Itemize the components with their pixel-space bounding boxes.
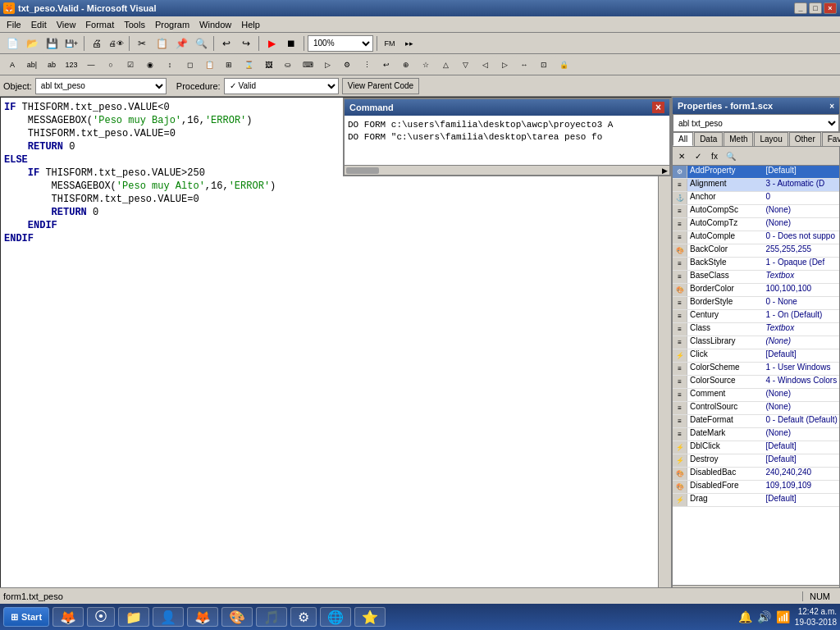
props-check-button[interactable]: ✓: [691, 148, 705, 163]
tab-layout[interactable]: Layou: [754, 132, 788, 146]
maximize-button[interactable]: □: [809, 2, 822, 14]
prop-row-destroy[interactable]: ⚡ Destroy [Default]: [673, 454, 839, 468]
tb2-btn-7[interactable]: ☑: [121, 56, 139, 74]
tab-meth[interactable]: Meth: [724, 132, 753, 146]
paste-button[interactable]: 📌: [172, 34, 190, 52]
tb2-btn-15[interactable]: ⛀: [279, 56, 297, 74]
minimize-button[interactable]: _: [794, 2, 807, 14]
prop-row-addproperty[interactable]: ⚙ AddProperty [Default]: [673, 166, 839, 179]
menu-program[interactable]: Program: [150, 18, 194, 31]
menu-file[interactable]: File: [2, 18, 26, 31]
menu-help[interactable]: Help: [236, 18, 265, 31]
prop-row-datemark[interactable]: ≡ DateMark (None): [673, 428, 839, 441]
tb2-btn-21[interactable]: ⊕: [397, 56, 415, 74]
command-close-button[interactable]: ×: [652, 102, 664, 113]
command-scrollbar-h[interactable]: ▶: [345, 165, 669, 175]
prop-row-comment[interactable]: ≡ Comment (None): [673, 389, 839, 402]
prop-row-backcolor[interactable]: 🎨 BackColor 255,255,255: [673, 244, 839, 258]
save-all-button[interactable]: 💾+: [62, 34, 80, 52]
tb2-btn-3[interactable]: ab: [43, 56, 61, 74]
new-button[interactable]: 📄: [3, 34, 21, 52]
prop-row-baseclass[interactable]: ≡ BaseClass Textbox: [673, 271, 839, 284]
tb2-btn-19[interactable]: ⋮: [358, 56, 376, 74]
tb2-btn-6[interactable]: ○: [102, 56, 120, 74]
prop-row-autocomplete[interactable]: ≡ AutoComple 0 - Does not suppo: [673, 231, 839, 244]
tb2-btn-2[interactable]: ab|: [23, 56, 41, 74]
tb2-btn-12[interactable]: ⊞: [220, 56, 238, 74]
run-button[interactable]: ▶: [262, 34, 281, 52]
tray-icon-3[interactable]: 📶: [776, 610, 790, 623]
prop-row-autocomptz[interactable]: ≡ AutoCompTz (None): [673, 218, 839, 231]
close-button[interactable]: ×: [824, 2, 837, 14]
taskbar-app-game[interactable]: ⚙: [290, 607, 317, 627]
tray-icon-2[interactable]: 🔊: [757, 610, 771, 623]
stop-button[interactable]: ⏹: [282, 34, 300, 52]
properties-object-select[interactable]: abl txt_peso: [673, 114, 839, 132]
object-select[interactable]: abl txt_peso: [35, 78, 167, 94]
prop-row-class[interactable]: ≡ Class Textbox: [673, 323, 839, 336]
prop-row-century[interactable]: ≡ Century 1 - On (Default): [673, 310, 839, 323]
open-button[interactable]: 📂: [23, 34, 41, 52]
tab-other[interactable]: Other: [789, 132, 821, 146]
taskbar-app-chrome[interactable]: ⦿: [87, 607, 115, 627]
taskbar-app-firefox[interactable]: 🦊: [52, 607, 84, 627]
prop-row-anchor[interactable]: ⚓ Anchor 0: [673, 192, 839, 205]
undo-button[interactable]: ↩: [217, 34, 235, 52]
tb2-btn-27[interactable]: ↔: [515, 56, 533, 74]
taskbar-app-music[interactable]: 🎵: [256, 607, 287, 627]
menu-view[interactable]: View: [52, 18, 81, 31]
tb2-btn-13[interactable]: ⌛: [240, 56, 258, 74]
form-button[interactable]: FM: [381, 34, 399, 52]
props-delete-button[interactable]: ✕: [674, 148, 689, 163]
find-button[interactable]: 🔍: [192, 34, 210, 52]
tb2-btn-22[interactable]: ☆: [417, 56, 435, 74]
tb2-btn-28[interactable]: ⊡: [535, 56, 553, 74]
taskbar-app-star[interactable]: ⭐: [354, 607, 386, 627]
print-preview-button[interactable]: 🖨👁: [107, 34, 126, 52]
taskbar-app-vfp[interactable]: 🦊: [187, 607, 218, 627]
tb2-btn-29[interactable]: 🔒: [555, 56, 573, 74]
prop-row-classlibrary[interactable]: ≡ ClassLibrary (None): [673, 336, 839, 349]
prop-row-alignment[interactable]: ≡ Alignment 3 - Automatic (D: [673, 179, 839, 192]
taskbar-app-paint[interactable]: 🎨: [221, 607, 253, 627]
tb2-btn-23[interactable]: △: [436, 56, 454, 74]
command-scroll-thumb[interactable]: [346, 167, 379, 174]
procedure-select[interactable]: ✓ Valid: [224, 78, 339, 94]
taskbar-app-file[interactable]: 📁: [118, 607, 149, 627]
redo-button[interactable]: ↪: [237, 34, 255, 52]
menu-tools[interactable]: Tools: [119, 18, 150, 31]
taskbar-clock[interactable]: 12:42 a.m. 19-03-2018: [795, 606, 837, 628]
prop-row-colorsource[interactable]: ≡ ColorSource 4 - Windows Colors: [673, 376, 839, 389]
tb2-btn-5[interactable]: —: [82, 56, 100, 74]
tb2-btn-11[interactable]: 📋: [200, 56, 218, 74]
tb2-btn-25[interactable]: ◁: [476, 56, 494, 74]
tab-all[interactable]: All: [673, 132, 693, 146]
save-button[interactable]: 💾: [43, 34, 61, 52]
cut-button[interactable]: ✂: [133, 34, 151, 52]
tb2-btn-16[interactable]: ⌨: [299, 56, 317, 74]
prop-row-borderstyle[interactable]: ≡ BorderStyle 0 - None: [673, 297, 839, 310]
prop-row-disabledfore[interactable]: 🎨 DisabledFore 109,109,109: [673, 481, 839, 494]
menu-window[interactable]: Window: [194, 18, 236, 31]
prop-row-autocompsc[interactable]: ≡ AutoCompSc (None): [673, 205, 839, 218]
start-button[interactable]: ⊞ Start: [3, 607, 49, 627]
toolbar-more[interactable]: ▸▸: [400, 34, 418, 52]
taskbar-app-user[interactable]: 👤: [153, 607, 184, 627]
tb2-btn-26[interactable]: ▷: [495, 56, 514, 74]
prop-row-backstyle[interactable]: ≡ BackStyle 1 - Opaque (Def: [673, 258, 839, 271]
view-parent-code-button[interactable]: View Parent Code: [342, 78, 419, 94]
tb2-btn-4[interactable]: 123: [62, 56, 80, 74]
menu-edit[interactable]: Edit: [26, 18, 52, 31]
props-function-button[interactable]: fx: [707, 148, 722, 163]
tab-data[interactable]: Data: [694, 132, 723, 146]
prop-row-disabledbac[interactable]: 🎨 DisabledBac 240,240,240: [673, 468, 839, 481]
prop-row-controlsource[interactable]: ≡ ControlSourc (None): [673, 402, 839, 415]
menu-format[interactable]: Format: [80, 18, 119, 31]
tray-icon-1[interactable]: 🔔: [738, 610, 752, 623]
tb2-btn-10[interactable]: ◻: [180, 56, 199, 74]
properties-close-button[interactable]: ×: [829, 102, 834, 111]
props-search-button[interactable]: 🔍: [724, 148, 738, 163]
prop-row-colorscheme[interactable]: ≡ ColorScheme 1 - User Windows: [673, 363, 839, 376]
tb2-btn-8[interactable]: ◉: [141, 56, 159, 74]
tb2-btn-9[interactable]: ↕: [161, 56, 179, 74]
